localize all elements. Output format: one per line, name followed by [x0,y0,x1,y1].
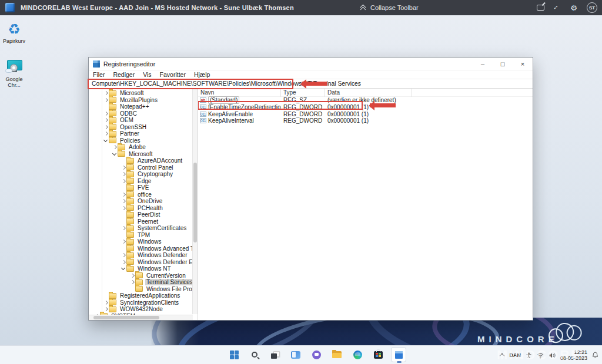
hidden-icons-chevron[interactable] [500,353,504,358]
tree-item-pchealth[interactable]: PCHealth [89,205,198,212]
tree-item-systemcertificates[interactable]: SystemCertificates [89,225,198,232]
tree-expander-icon[interactable] [121,198,126,204]
tree-expander-icon[interactable] [121,239,126,244]
value-row-standard[interactable]: ab(Standard)REG_SZ(værdien er ikke defin… [198,97,533,104]
tree-item-mozillaplugins[interactable]: MozillaPlugins [89,97,198,104]
tree-item-microsoft[interactable]: Microsoft [89,90,198,97]
taskbar-item-chat[interactable] [309,347,324,362]
tree-expander-icon[interactable] [121,165,126,170]
network-icon[interactable] [537,352,544,359]
taskbar-item-file-explorer[interactable] [329,347,345,362]
tree-item-office[interactable]: office [89,191,198,198]
tree-item-odbc[interactable]: ODBC [89,110,198,117]
regedit-titlebar[interactable]: Registreringseditor – □ × [89,58,533,70]
tree-item-peerdist[interactable]: PeerDist [89,211,198,218]
value-row-fenabletimezoneredirection[interactable]: 011fEnableTimeZoneRedirectionREG_DWORD0x… [198,104,533,111]
volume-icon[interactable] [549,352,556,359]
tree-item-windows[interactable]: Windows [89,238,198,245]
menu-hjaelp[interactable]: Hjælp [190,71,214,78]
tree-item-oem[interactable]: OEM [89,117,198,124]
taskbar-item-search[interactable] [247,347,262,362]
tree-item-fve[interactable]: FVE [89,184,198,191]
tree-item-terminal-services[interactable]: Terminal Services [89,279,198,286]
minimize-button[interactable]: – [473,58,493,70]
tree-item-windows-defender[interactable]: Windows Defender [89,252,198,259]
tree-item-windows-defender-exploiti[interactable]: Windows Defender Exploiti [89,259,198,266]
tree-horizontal-scrollbar[interactable] [89,315,193,320]
value-row-keepaliveenable[interactable]: 011KeepAliveEnableREG_DWORD0x00000001 (1… [198,110,533,117]
tree-item-partner[interactable]: Partner [89,130,198,137]
tree-vscroll-thumb[interactable] [193,163,197,242]
tree-item-openssh[interactable]: OpenSSH [89,124,198,131]
value-row-keepaliveinterval[interactable]: 011KeepAliveIntervalREG_DWORD0x00000001 … [198,117,533,124]
taskbar-item-edge[interactable] [350,347,365,362]
menu-favoritter[interactable]: Favoritter [156,71,190,78]
menu-rediger[interactable]: Rediger [109,71,139,78]
tree-expander-icon[interactable] [130,273,135,278]
tree-item-edge[interactable]: Edge [89,178,198,185]
tree-expander-icon[interactable] [103,111,109,116]
tree-item-cryptography[interactable]: Cryptography [89,171,198,178]
collapse-toolbar-button[interactable]: Collapse Toolbar [360,0,419,15]
tree-hscroll-thumb[interactable] [93,316,159,319]
tree-expander-icon[interactable] [103,97,109,103]
menu-filer[interactable]: Filer [89,71,109,78]
tree-item-registeredapplications[interactable]: RegisteredApplications [89,292,198,299]
tree-item-currentversion[interactable]: CurrentVersion [89,272,198,279]
column-header-navn[interactable]: Navn [198,89,281,97]
tree-expander-icon[interactable] [112,151,118,157]
close-button[interactable]: × [513,58,533,70]
desktop-icon-recycle-bin[interactable]: ♻ Papirkurv [0,19,28,44]
tree-expander-icon[interactable] [121,252,126,258]
tree-expander-icon[interactable] [121,171,126,177]
tree-expander-icon[interactable] [121,178,126,184]
tree-expander-icon[interactable] [103,138,109,143]
tree-item-adobe[interactable]: Adobe [89,144,198,151]
taskbar-item-regedit[interactable] [391,347,406,362]
column-header-type[interactable]: Type [281,89,325,97]
tree-expander-icon[interactable] [103,306,109,312]
tree-expander-icon[interactable] [103,131,109,136]
taskbar-item-widgets[interactable] [288,347,303,362]
tree-expander-icon[interactable] [103,124,109,130]
tree-expander-icon[interactable] [121,259,126,265]
desktop-icon-google-chrome-installer[interactable]: Google Chr... [0,58,28,88]
tree-expander-icon[interactable] [103,300,109,305]
tree-item-syncintegrationclients[interactable]: SyncIntegrationClients [89,299,198,306]
account-avatar[interactable]: ST [587,2,597,13]
tree-item-windows-advanced-threat[interactable]: Windows Advanced Threat [89,245,198,252]
accessibility-icon[interactable] [526,352,532,359]
notifications-bell-icon[interactable] [592,352,598,359]
tree-item-control-panel[interactable]: Control Panel [89,164,198,171]
fullscreen-icon[interactable] [554,4,561,11]
tree-item-notepad[interactable]: Notepad++ [89,103,198,110]
tree-expander-icon[interactable] [103,117,109,123]
address-bar[interactable]: Computer\HKEY_LOCAL_MACHINE\SOFTWARE\Pol… [89,79,533,89]
tree-item-onedrive[interactable]: OneDrive [89,198,198,205]
settings-gear-icon[interactable]: ⚙ [570,4,577,12]
taskbar-item-store[interactable] [370,347,386,362]
tree-item-peernet[interactable]: Peernet [89,218,198,225]
tree-item-wow6432node[interactable]: WOW6432Node [89,306,198,313]
maximize-button[interactable]: □ [493,58,513,70]
column-header-data[interactable]: Data [325,89,412,97]
tree-expander-icon[interactable] [121,266,126,271]
tree-expander-icon[interactable] [103,90,109,96]
tree-expander-icon[interactable] [112,144,118,150]
tree-expander-icon[interactable] [121,225,126,231]
tree-item-tpm[interactable]: TPM [89,232,198,239]
taskbar-item-task-view[interactable] [267,347,283,362]
feedback-icon[interactable] [537,5,544,11]
tree-vertical-scrollbar[interactable] [192,89,198,314]
menu-vis[interactable]: Vis [139,71,155,78]
language-indicator[interactable]: DAN [509,352,521,358]
taskbar-clock[interactable]: 12:21 08-05-2023 [560,349,587,361]
tree-item-azureadaccount[interactable]: AzureADAccount [89,157,198,164]
tree-item-microsoft[interactable]: Microsoft [89,151,198,158]
tree-item-windows-file-protectior[interactable]: Windows File Protectior [89,286,198,293]
tree-expander-icon[interactable] [121,205,126,211]
tree-item-windows-nt[interactable]: Windows NT [89,265,198,272]
taskbar-item-start[interactable] [226,347,242,362]
tree-expander-icon[interactable] [130,279,135,285]
tree-item-policies[interactable]: Policies [89,137,198,144]
